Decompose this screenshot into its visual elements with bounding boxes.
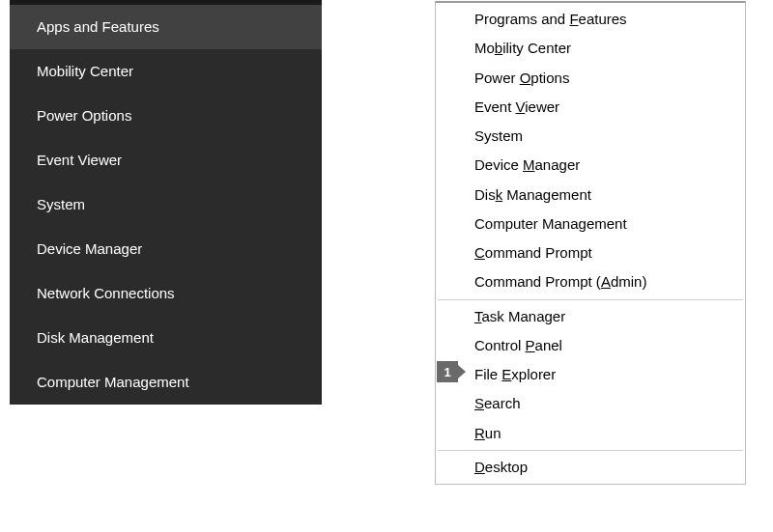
dark-item-disk-management[interactable]: Disk Management bbox=[10, 316, 322, 360]
mnemonic-char: R bbox=[474, 425, 485, 441]
callout-badge: 1 bbox=[437, 361, 458, 382]
light-item-control-panel[interactable]: Control Panel bbox=[436, 331, 745, 360]
mnemonic-char: k bbox=[496, 186, 503, 203]
light-item-event-viewer[interactable]: Event Viewer bbox=[436, 93, 745, 122]
mnemonic-char: A bbox=[601, 273, 611, 290]
mnemonic-char: M bbox=[523, 156, 535, 173]
menu-separator bbox=[438, 299, 743, 300]
mnemonic-char: T bbox=[474, 308, 482, 324]
dark-item-mobility-center[interactable]: Mobility Center bbox=[10, 49, 322, 94]
dark-item-system[interactable]: System bbox=[10, 182, 322, 227]
menu-separator bbox=[438, 450, 743, 451]
dark-item-apps-and-features[interactable]: Apps and Features bbox=[10, 5, 322, 49]
light-item-mobility-center[interactable]: Mobility Center bbox=[436, 34, 745, 63]
light-item-system[interactable]: System bbox=[436, 122, 745, 151]
mnemonic-char: F bbox=[569, 11, 578, 27]
light-item-computer-management[interactable]: Computer Management bbox=[436, 210, 745, 238]
winx-menu-light: Programs and FeaturesMobility CenterPowe… bbox=[435, 1, 746, 485]
mnemonic-char: E bbox=[501, 366, 511, 382]
light-item-disk-management[interactable]: Disk Management bbox=[436, 181, 745, 210]
light-item-search[interactable]: Search bbox=[436, 389, 745, 418]
light-item-run[interactable]: Run bbox=[436, 419, 745, 448]
light-item-desktop[interactable]: Desktop bbox=[436, 453, 745, 482]
callout-arrow-icon bbox=[458, 365, 466, 378]
mnemonic-char: P bbox=[526, 337, 535, 353]
dark-item-computer-management[interactable]: Computer Management bbox=[10, 360, 322, 405]
mnemonic-char: O bbox=[520, 70, 531, 86]
light-item-file-explorer[interactable]: File Explorer bbox=[436, 360, 745, 389]
light-item-programs-and-features[interactable]: Programs and Features bbox=[436, 5, 745, 34]
dark-item-event-viewer[interactable]: Event Viewer bbox=[10, 138, 322, 182]
dark-item-device-manager[interactable]: Device Manager bbox=[10, 227, 322, 271]
mnemonic-char: S bbox=[474, 395, 484, 411]
light-item-command-prompt[interactable]: Command Prompt bbox=[436, 238, 745, 267]
light-item-power-options[interactable]: Power Options bbox=[436, 64, 745, 93]
dark-item-network-connections[interactable]: Network Connections bbox=[10, 271, 322, 316]
light-item-task-manager[interactable]: Task Manager bbox=[436, 302, 745, 331]
mnemonic-char: C bbox=[474, 244, 485, 261]
mnemonic-char: D bbox=[474, 459, 485, 475]
light-item-command-prompt-admin[interactable]: Command Prompt (Admin) bbox=[436, 267, 745, 296]
dark-item-power-options[interactable]: Power Options bbox=[10, 94, 322, 138]
light-item-device-manager[interactable]: Device Manager bbox=[436, 151, 745, 180]
winx-menu-dark: Apps and FeaturesMobility CenterPower Op… bbox=[10, 0, 322, 405]
mnemonic-char: b bbox=[495, 40, 502, 56]
mnemonic-char: V bbox=[516, 98, 526, 115]
